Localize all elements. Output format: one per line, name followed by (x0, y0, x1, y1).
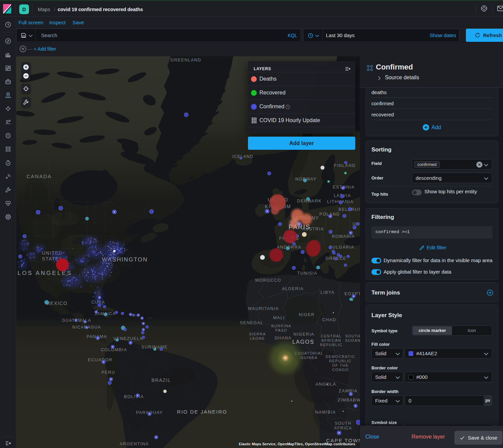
svg-text:ROMANIA: ROMANIA (332, 234, 355, 239)
svg-text:ZAMBIA: ZAMBIA (339, 389, 358, 393)
svg-text:TUNISIA: TUNISIA (297, 271, 317, 276)
svg-text:PERU: PERU (102, 370, 115, 375)
svg-text:FASO: FASO (275, 328, 287, 332)
svg-text:SENEGAL: SENEGAL (240, 320, 263, 325)
svg-text:AFRICA: AFRICA (334, 426, 352, 430)
svg-text:LIBYA: LIBYA (320, 290, 335, 295)
svg-text:MALI: MALI (273, 315, 285, 320)
svg-text:ANGOLA: ANGOLA (315, 382, 336, 387)
svg-text:CENTRAL: CENTRAL (321, 334, 342, 338)
svg-text:LAGOS: LAGOS (292, 339, 314, 345)
svg-text:MOROCCO: MOROCCO (255, 278, 281, 283)
svg-text:ZIMBABWE: ZIMBABWE (338, 398, 360, 402)
svg-text:REPUBLIC: REPUBLIC (320, 343, 342, 347)
svg-text:SOUTH: SOUTH (345, 334, 360, 338)
svg-text:NAMIBIA: NAMIBIA (315, 410, 336, 415)
svg-text:GUINEA: GUINEA (300, 356, 317, 360)
svg-text:CHAD: CHAD (322, 317, 336, 322)
svg-text:CANADA: CANADA (27, 173, 52, 179)
svg-text:ECUADOR: ECUADOR (88, 358, 112, 362)
svg-text:DEMOCRATIC: DEMOCRATIC (326, 355, 355, 359)
svg-text:GREENLAND: GREENLAND (170, 58, 201, 62)
svg-text:MEXICO: MEXICO (46, 301, 67, 306)
svg-text:REPUBLIC: REPUBLIC (329, 359, 352, 363)
svg-text:AFRICAN: AFRICAN (322, 338, 341, 342)
svg-text:BULGARIA: BULGARIA (329, 245, 354, 250)
svg-text:FINLAND: FINLAND (334, 163, 356, 168)
svg-text:BRAZIL: BRAZIL (151, 377, 171, 383)
svg-text:OF THE: OF THE (332, 363, 348, 367)
svg-text:SOUTH: SOUTH (335, 421, 352, 426)
svg-text:ALGERIA: ALGERIA (282, 286, 304, 291)
svg-text:BURKINA: BURKINA (271, 324, 291, 328)
svg-text:LEONE: LEONE (250, 336, 265, 340)
svg-text:GHANA: GHANA (275, 336, 291, 340)
svg-text:ICELAND: ICELAND (232, 154, 254, 159)
svg-text:COLOMBIA: COLOMBIA (101, 347, 127, 352)
svg-text:BOLIVIA: BOLIVIA (124, 394, 144, 399)
svg-text:RIO DE JANEIRO: RIO DE JANEIRO (177, 409, 227, 415)
svg-text:ARGENTINA: ARGENTINA (120, 442, 149, 446)
svg-text:CONGO: CONGO (332, 368, 348, 372)
svg-text:NIGER: NIGER (299, 312, 314, 317)
svg-text:SIERRA: SIERRA (249, 332, 266, 336)
svg-text:NIGERIA: NIGERIA (294, 332, 314, 337)
svg-text:MAURITANIA: MAURITANIA (248, 306, 279, 311)
svg-text:AUSTRIA: AUSTRIA (302, 227, 324, 231)
svg-text:SUDAN: SUDAN (345, 338, 360, 342)
